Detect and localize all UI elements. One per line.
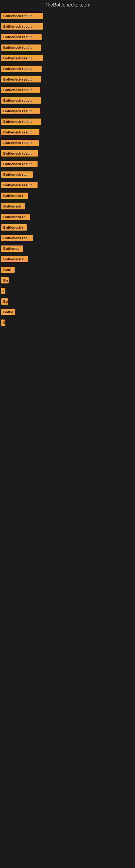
bottleneck-result-label: Bottleneck res [1,172,33,178]
bottleneck-result-label: Bottleneck result [1,140,39,146]
list-item: Bottleneck re [1,212,134,223]
bottleneck-result-label: Bottleneck re [1,214,30,220]
bottleneck-result-label: Bottleneck result [1,182,38,188]
bottleneck-result-label: Bottleneck result [1,97,41,104]
list-item: Bottleneck result [1,106,134,117]
list-item: B [1,286,134,297]
bottleneck-result-label: Bottleneck r [1,224,27,230]
list-item: Bottleneck r [1,191,134,202]
list-item: Bottle [1,307,134,318]
bottleneck-result-label: Bottlenec [1,246,23,252]
bottleneck-result-label: Bottleneck result [1,23,43,30]
list-item: Bottleneck result [1,127,134,138]
bottleneck-list: Bottleneck resultBottleneck resultBottle… [0,11,135,329]
bottleneck-result-label: Bottleneck result [1,76,41,83]
list-item: Bottleneck r [1,223,134,233]
list-item: Bottleneck result [1,11,134,22]
bottleneck-result-label: B [1,288,5,294]
bottleneck-result-label: Bottleneck result [1,108,40,114]
site-title: TheBottlenecker.com [0,0,135,11]
list-item: Bottleneck r [1,254,134,265]
list-item: Bottleneck result [1,138,134,149]
list-item: Bottleneck result [1,117,134,127]
bottleneck-result-label: Bottleneck [1,203,25,209]
bottleneck-result-label: Bottle [1,309,15,315]
bottleneck-result-label: Bo [1,277,9,283]
list-item: Bottleneck [1,202,134,212]
list-item: Bottleneck res [1,233,134,244]
list-item: Bottleneck result [1,74,134,85]
bottleneck-result-label: Bottleneck result [1,13,43,19]
bottleneck-result-label: Bottleneck result [1,161,38,167]
list-item: Bottleneck res [1,170,134,180]
list-item: Bottleneck result [1,149,134,159]
bottleneck-result-label: Bottleneck r [1,193,28,199]
list-item: Bottleneck result [1,64,134,74]
list-item: B [1,318,134,329]
list-item: Bottleneck result [1,159,134,170]
list-item: Bottl [1,265,134,276]
site-title-container: TheBottlenecker.com [0,0,135,11]
bottleneck-result-label: Bottleneck result [1,129,39,135]
bottleneck-result-label: Bottleneck result [1,44,41,51]
list-item: Bottleneck result [1,96,134,106]
bottleneck-result-label: Bottleneck res [1,235,33,241]
bottleneck-result-label: Bottleneck result [1,119,41,125]
bottleneck-result-label: B [1,319,5,326]
list-item: Bottleneck result [1,54,134,64]
bottleneck-result-label: Bo [1,299,8,305]
bottleneck-result-label: Bottleneck result [1,34,42,40]
bottleneck-result-label: Bottleneck result [1,66,42,72]
list-item: Bottleneck result [1,22,134,32]
bottleneck-result-label: Bottl [1,267,14,273]
list-item: Bottlenec [1,244,134,254]
list-item: Bottleneck result [1,43,134,54]
list-item: Bo [1,276,134,286]
bottleneck-result-label: Bottleneck result [1,87,40,93]
bottleneck-result-label: Bottleneck result [1,55,43,61]
bottleneck-result-label: Bottleneck result [1,150,38,156]
list-item: Bo [1,297,134,307]
list-item: Bottleneck result [1,180,134,191]
list-item: Bottleneck result [1,32,134,43]
bottleneck-result-label: Bottleneck r [1,256,28,262]
list-item: Bottleneck result [1,85,134,96]
